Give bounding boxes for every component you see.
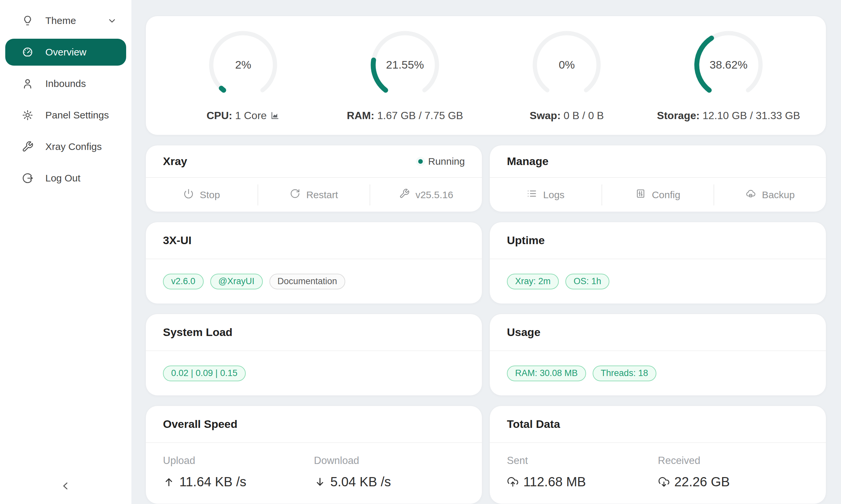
- uptime-card-title: Uptime: [507, 234, 545, 247]
- stop-button[interactable]: Stop: [146, 178, 258, 212]
- download-label: Download: [314, 455, 465, 467]
- sent-stat: Sent 112.68 MB: [507, 455, 658, 504]
- cpu-gauge-value: 2%: [208, 30, 279, 101]
- xray-version-button[interactable]: v25.5.16: [370, 178, 482, 212]
- backup-button[interactable]: Backup: [714, 178, 826, 212]
- wrench-icon: [22, 141, 34, 152]
- ram-usage-badge: RAM: 30.08 MB: [507, 365, 586, 381]
- chevron-down-icon: [107, 16, 117, 25]
- xray-card-title: Xray: [163, 155, 187, 168]
- xray-card: Xray Running Stop Restart: [145, 145, 482, 212]
- arrow-down-icon: [314, 476, 326, 488]
- sidebar-item-label: Panel Settings: [45, 110, 109, 121]
- main-content: 2% CPU: 1 Core 21.55% RAM: 1.67 GB / 7.7…: [132, 0, 841, 504]
- sent-value: 112.68 MB: [523, 474, 586, 489]
- usage-card-title: Usage: [507, 326, 540, 339]
- overall-speed-card: Overall Speed Upload 11.64 KB /s Downloa…: [145, 406, 482, 504]
- swap-gauge-label: Swap: 0 B / 0 B: [530, 110, 604, 122]
- gauge-swap: 0% Swap: 0 B / 0 B: [486, 30, 648, 122]
- cloud-download-icon: [658, 476, 670, 488]
- sidebar-item-xray-configs[interactable]: Xray Configs: [5, 133, 126, 160]
- cpu-gauge-label: CPU: 1 Core: [207, 110, 280, 122]
- sent-label: Sent: [507, 455, 658, 467]
- xray-status: Running: [418, 156, 465, 167]
- config-button[interactable]: Config: [602, 178, 714, 212]
- system-gauges-card: 2% CPU: 1 Core 21.55% RAM: 1.67 GB / 7.7…: [145, 16, 826, 135]
- upload-value: 11.64 KB /s: [179, 474, 246, 489]
- storage-gauge-label: Storage: 12.10 GB / 31.33 GB: [657, 110, 800, 122]
- gauge-cpu: 2% CPU: 1 Core: [162, 30, 324, 122]
- documentation-badge[interactable]: Documentation: [269, 274, 346, 289]
- logout-icon: [22, 172, 34, 184]
- bulb-icon: [22, 15, 34, 26]
- received-label: Received: [658, 455, 809, 467]
- row-services: Xray Running Stop Restart: [145, 145, 826, 212]
- status-running-dot: [418, 159, 423, 164]
- ram-gauge-value: 21.55%: [370, 30, 441, 101]
- list-icon: [527, 188, 537, 201]
- cloud-server-icon: [745, 188, 756, 201]
- xray-uptime-badge: Xray: 2m: [507, 274, 559, 289]
- dashboard-icon: [22, 46, 34, 58]
- sidebar-collapse-button[interactable]: [0, 478, 132, 496]
- wrench-icon: [399, 188, 410, 201]
- row-stats: Overall Speed Upload 11.64 KB /s Downloa…: [145, 406, 826, 504]
- area-chart-icon[interactable]: [270, 111, 280, 121]
- version-badge[interactable]: v2.6.0: [163, 274, 204, 289]
- os-uptime-badge: OS: 1h: [565, 274, 610, 289]
- gauge-storage: 38.62% Storage: 12.10 GB / 31.33 GB: [648, 30, 810, 122]
- arrow-up-icon: [163, 476, 175, 488]
- manage-card: Manage Logs Config Ba: [490, 145, 826, 212]
- sidebar-item-theme[interactable]: Theme: [5, 7, 126, 34]
- xui-card-title: 3X-UI: [163, 234, 191, 247]
- xui-card: 3X-UI v2.6.0 @XrayUI Documentation: [145, 222, 482, 304]
- chevron-left-icon: [60, 480, 72, 493]
- cloud-upload-icon: [507, 476, 519, 488]
- logs-button[interactable]: Logs: [490, 178, 601, 212]
- system-load-card-title: System Load: [163, 326, 233, 339]
- received-stat: Received 22.26 GB: [658, 455, 809, 504]
- overall-speed-card-title: Overall Speed: [163, 418, 238, 431]
- user-icon: [22, 78, 34, 90]
- telegram-badge[interactable]: @XrayUI: [210, 274, 263, 289]
- sidebar-menu: Theme Overview Inbounds: [0, 0, 132, 192]
- app-layout: Theme Overview Inbounds: [0, 0, 841, 504]
- sidebar-item-label: Xray Configs: [45, 141, 102, 152]
- restart-button[interactable]: Restart: [258, 178, 370, 212]
- swap-gauge-value: 0%: [531, 30, 602, 101]
- sliders-icon: [635, 188, 646, 201]
- sidebar-item-panel-settings[interactable]: Panel Settings: [5, 102, 126, 129]
- usage-card: Usage RAM: 30.08 MB Threads: 18: [490, 314, 826, 396]
- gear-icon: [22, 109, 34, 121]
- uptime-card: Uptime Xray: 2m OS: 1h: [490, 222, 826, 304]
- manage-card-title: Manage: [507, 155, 549, 168]
- sidebar-item-logout[interactable]: Log Out: [5, 165, 126, 192]
- threads-badge: Threads: 18: [593, 365, 656, 381]
- total-data-card: Total Data Sent 112.68 MB Received: [490, 406, 826, 504]
- storage-gauge-value: 38.62%: [693, 30, 764, 101]
- received-value: 22.26 GB: [674, 474, 730, 489]
- load-average-badge: 0.02 | 0.09 | 0.15: [163, 365, 246, 381]
- row-info-1: 3X-UI v2.6.0 @XrayUI Documentation Uptim…: [145, 222, 826, 304]
- sidebar-item-label: Theme: [45, 15, 76, 26]
- download-stat: Download 5.04 KB /s: [314, 455, 465, 504]
- restart-icon: [290, 188, 300, 201]
- gauge-ram: 21.55% RAM: 1.67 GB / 7.75 GB: [324, 30, 486, 122]
- row-info-2: System Load 0.02 | 0.09 | 0.15 Usage RAM…: [145, 314, 826, 396]
- sidebar: Theme Overview Inbounds: [0, 0, 132, 504]
- upload-stat: Upload 11.64 KB /s: [163, 455, 314, 504]
- sidebar-item-overview[interactable]: Overview: [5, 39, 126, 66]
- ram-gauge-label: RAM: 1.67 GB / 7.75 GB: [347, 110, 463, 122]
- total-data-card-title: Total Data: [507, 418, 560, 431]
- upload-label: Upload: [163, 455, 314, 467]
- status-running-label: Running: [428, 156, 465, 167]
- system-load-card: System Load 0.02 | 0.09 | 0.15: [145, 314, 482, 396]
- power-icon: [183, 188, 194, 201]
- download-value: 5.04 KB /s: [330, 474, 391, 489]
- sidebar-item-label: Overview: [45, 47, 86, 58]
- sidebar-item-label: Log Out: [45, 173, 81, 184]
- sidebar-item-label: Inbounds: [45, 78, 86, 89]
- sidebar-item-inbounds[interactable]: Inbounds: [5, 70, 126, 97]
